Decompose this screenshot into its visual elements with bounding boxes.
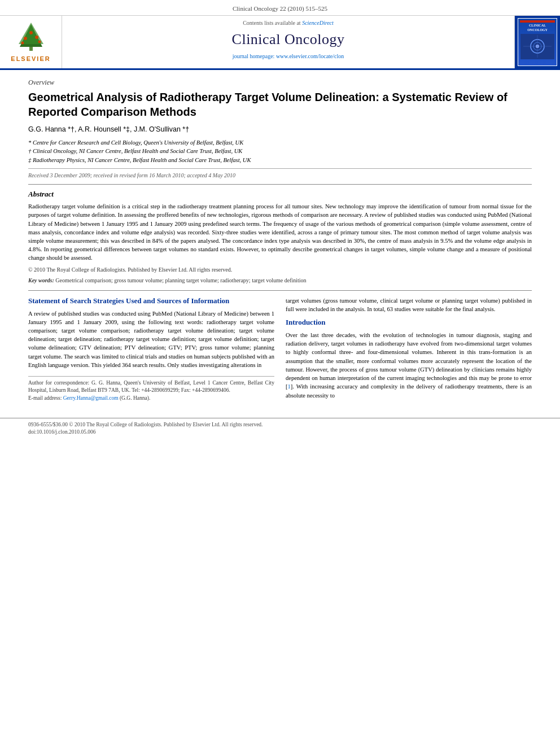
page: Clinical Oncology 22 (2010) 515–525 ELSE…: [0, 0, 560, 439]
two-column-body: Statement of Search Strategies Used and …: [28, 296, 532, 404]
body-divider: [28, 290, 532, 291]
svg-point-3: [24, 37, 27, 40]
right-col-intro-text: Over the last three decades, with the ev…: [286, 331, 532, 400]
footnote-text: Author for correspondence: G. G. Hanna, …: [28, 380, 274, 393]
journal-homepage: journal homepage: www.elsevier.com/locat…: [68, 53, 509, 60]
abstract-title: Abstract: [28, 189, 532, 199]
journal-reference: Clinical Oncology 22 (2010) 515–525: [0, 0, 560, 16]
left-para-1: A review of published studies was conduc…: [28, 309, 274, 370]
footer-copyright: 0936-6555/$36.00 © 2010 The Royal Colleg…: [28, 421, 532, 429]
journal-ref-text: Clinical Oncology 22 (2010) 515–525: [233, 5, 327, 12]
journal-cover-image: CLINICALONCOLOGY: [515, 16, 560, 68]
content-area: Overview Geometrical Analysis of Radioth…: [0, 70, 560, 412]
keywords-line: Key words: Geometrical comparison; gross…: [28, 277, 532, 285]
cover-thumbnail: CLINICALONCOLOGY: [518, 18, 557, 66]
keywords-label: Key words:: [28, 277, 54, 283]
journal-center-header: Contents lists available at ScienceDirec…: [62, 16, 515, 68]
elsevier-logo: ELSEVIER: [0, 16, 62, 68]
affiliation-3: ‡ Radiotherapy Physics, NI Cancer Centre…: [28, 156, 532, 165]
search-strategies-heading: Statement of Search Strategies Used and …: [28, 296, 274, 306]
abstract-section: Abstract Radiotherapy target volume defi…: [28, 189, 532, 285]
journal-top-bar: ELSEVIER Contents lists available at Sci…: [0, 16, 560, 70]
right-column: target volumes (gross tumour volume, cli…: [286, 296, 532, 404]
elsevier-wordmark: ELSEVIER: [11, 55, 50, 63]
svg-point-5: [29, 31, 33, 34]
elsevier-tree-icon: [14, 21, 48, 53]
svg-point-6: [21, 41, 24, 44]
ref-1: 1: [288, 383, 291, 390]
right-para-top: target volumes (gross tumour volume, cli…: [286, 296, 532, 313]
cover-art-icon: [520, 34, 554, 59]
affiliation-2: † Clinical Oncology, NI Cancer Centre, B…: [28, 147, 532, 156]
left-column: Statement of Search Strategies Used and …: [28, 296, 274, 404]
email-suffix: (G.G. Hanna).: [120, 395, 150, 401]
journal-title: Clinical Oncology: [68, 29, 509, 50]
authors-line: G.G. Hanna *†, A.R. Hounsell *‡, J.M. O'…: [28, 125, 532, 135]
email-label: E-mail address:: [28, 395, 62, 401]
footer-doi: doi:10.1016/j.clon.2010.05.006: [28, 429, 532, 436]
keywords-text: Geometrical comparison; gross tumour vol…: [55, 277, 306, 283]
affiliations: * Centre for Cancer Research and Cell Bi…: [28, 138, 532, 165]
email-link: Gerry.Hanna@gmail.com: [63, 395, 119, 401]
cover-red-bar: [520, 20, 555, 23]
section-label: Overview: [28, 78, 532, 88]
svg-point-4: [35, 36, 38, 39]
abstract-divider: [28, 184, 532, 185]
copyright-line: © 2010 The Royal College of Radiologists…: [28, 266, 532, 274]
affiliation-1: * Centre for Cancer Research and Cell Bi…: [28, 138, 532, 147]
svg-point-7: [38, 40, 41, 43]
intro-para-1: Over the last three decades, with the ev…: [286, 331, 532, 400]
article-title: Geometrical Analysis of Radiotherapy Tar…: [28, 90, 532, 119]
page-footer: 0936-6555/$36.00 © 2010 The Royal Colleg…: [0, 418, 560, 439]
abstract-body: Radiotherapy target volume definition is…: [28, 202, 532, 263]
received-line: Received 3 December 2009; received in re…: [28, 168, 532, 180]
left-col-text: A review of published studies was conduc…: [28, 309, 274, 370]
right-col-top-text: target volumes (gross tumour volume, cli…: [286, 296, 532, 313]
introduction-heading: Introduction: [286, 318, 532, 327]
footnote-area: Author for correspondence: G. G. Hanna, …: [28, 376, 274, 402]
sciencedirect-line: Contents lists available at ScienceDirec…: [68, 19, 509, 27]
